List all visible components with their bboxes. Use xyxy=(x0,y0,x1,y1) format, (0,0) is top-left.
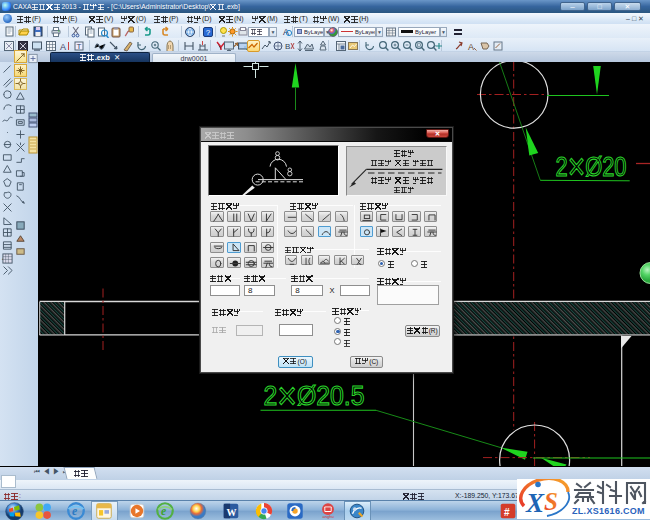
svg-text:S: S xyxy=(544,488,558,515)
svg-text:A: A xyxy=(60,42,66,52)
svg-text:?: ? xyxy=(206,28,211,37)
svg-text:B: B xyxy=(285,42,290,51)
svg-text:anghu: anghu xyxy=(323,514,334,519)
svg-text:A: A xyxy=(468,42,474,52)
svg-text:e: e xyxy=(72,504,77,518)
svg-text:T: T xyxy=(77,42,82,51)
svg-text:e: e xyxy=(161,504,166,518)
svg-text:W: W xyxy=(226,507,236,518)
svg-text:#: # xyxy=(504,507,510,518)
svg-text:2×Ø20: 2×Ø20 xyxy=(556,146,627,187)
svg-text:X: X xyxy=(525,488,545,518)
